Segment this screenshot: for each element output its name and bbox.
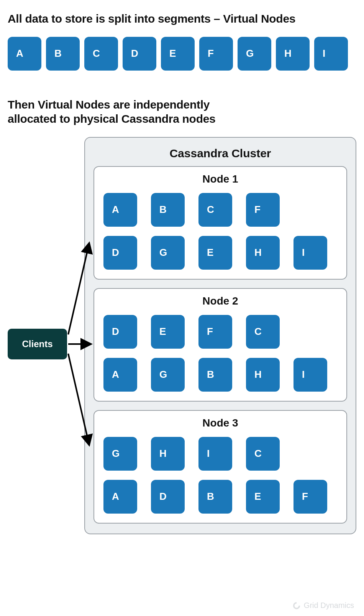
cluster-title: Cassandra Cluster bbox=[93, 147, 347, 160]
vnode-tile: G bbox=[151, 236, 185, 270]
watermark-text: Grid Dynamics bbox=[304, 601, 354, 610]
heading-allocation-line1: Then Virtual Nodes are independently bbox=[8, 98, 210, 111]
heading-allocation-line2: allocated to physical Cassandra nodes bbox=[8, 112, 215, 125]
logo-icon bbox=[292, 601, 301, 610]
virtual-node-tile: G bbox=[238, 37, 271, 71]
watermark: Grid Dynamics bbox=[292, 601, 354, 610]
node-title: Node 1 bbox=[103, 173, 337, 185]
vnode-tile: F bbox=[198, 315, 232, 349]
virtual-node-tile: C bbox=[84, 37, 118, 71]
node-title: Node 3 bbox=[103, 417, 337, 429]
physical-node: Node 3GHICADBEF bbox=[93, 410, 347, 524]
heading-virtual-nodes: All data to store is split into segments… bbox=[8, 12, 356, 26]
virtual-nodes-row: ABCDEFGHI bbox=[8, 37, 356, 71]
vnode-tile: I bbox=[198, 437, 232, 471]
physical-node: Node 2DEFCAGBHI bbox=[93, 288, 347, 402]
vnode-tile: I bbox=[293, 236, 327, 270]
virtual-node-tile: A bbox=[8, 37, 41, 71]
node-grid: ABCFDGEHI bbox=[103, 193, 337, 270]
physical-node: Node 1ABCFDGEHI bbox=[93, 166, 347, 280]
vnode-tile: C bbox=[246, 315, 280, 349]
clients-box: Clients bbox=[8, 329, 67, 359]
virtual-node-tile: D bbox=[123, 37, 156, 71]
vnode-tile: G bbox=[103, 437, 137, 471]
vnode-tile: B bbox=[151, 193, 185, 227]
vnode-tile: F bbox=[246, 193, 280, 227]
vnode-tile: E bbox=[151, 315, 185, 349]
vnode-tile: F bbox=[293, 480, 327, 514]
virtual-node-tile: I bbox=[314, 37, 348, 71]
vnode-tile: D bbox=[103, 315, 137, 349]
vnode-tile: G bbox=[151, 358, 185, 392]
node-grid: GHICADBEF bbox=[103, 437, 337, 514]
heading-allocation: Then Virtual Nodes are independently all… bbox=[8, 97, 356, 126]
virtual-node-tile: B bbox=[46, 37, 80, 71]
vnode-tile: H bbox=[246, 358, 280, 392]
vnode-tile: B bbox=[198, 480, 232, 514]
vnode-tile: C bbox=[246, 437, 280, 471]
node-title: Node 2 bbox=[103, 295, 337, 307]
vnode-tile: E bbox=[246, 480, 280, 514]
vnode-tile: C bbox=[198, 193, 232, 227]
vnode-tile: D bbox=[103, 236, 137, 270]
node-grid: DEFCAGBHI bbox=[103, 315, 337, 392]
vnode-tile: B bbox=[198, 358, 232, 392]
virtual-node-tile: E bbox=[161, 37, 195, 71]
vnode-tile: A bbox=[103, 193, 137, 227]
vnode-tile: H bbox=[246, 236, 280, 270]
virtual-node-tile: H bbox=[276, 37, 310, 71]
vnode-tile: A bbox=[103, 480, 137, 514]
vnode-tile: D bbox=[151, 480, 185, 514]
vnode-tile: E bbox=[198, 236, 232, 270]
vnode-tile: A bbox=[103, 358, 137, 392]
virtual-node-tile: F bbox=[199, 37, 233, 71]
vnode-tile: I bbox=[293, 358, 327, 392]
vnode-tile: H bbox=[151, 437, 185, 471]
cassandra-cluster: Cassandra Cluster Node 1ABCFDGEHINode 2D… bbox=[84, 137, 356, 534]
